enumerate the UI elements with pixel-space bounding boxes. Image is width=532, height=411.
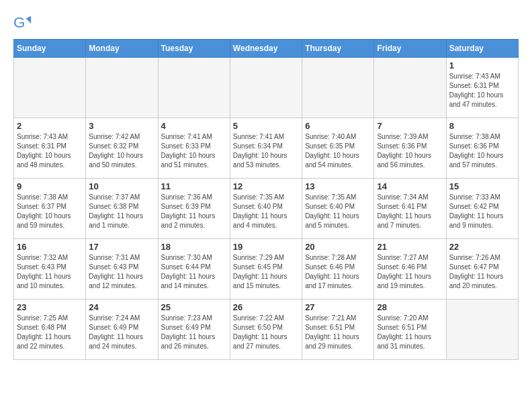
day-info: Sunrise: 7:31 AM Sunset: 6:43 PM Dayligh…: [89, 253, 154, 291]
day-number: 19: [233, 242, 299, 252]
calendar-table: SundayMondayTuesdayWednesdayThursdayFrid…: [13, 39, 519, 360]
day-number: 2: [17, 121, 83, 131]
calendar-cell: 14Sunrise: 7:34 AM Sunset: 6:41 PM Dayli…: [374, 179, 446, 239]
day-info: Sunrise: 7:25 AM Sunset: 6:48 PM Dayligh…: [17, 314, 83, 351]
calendar-cell: [374, 58, 446, 118]
calendar-cell: 3Sunrise: 7:42 AM Sunset: 6:32 PM Daylig…: [86, 118, 158, 179]
day-info: Sunrise: 7:43 AM Sunset: 6:31 PM Dayligh…: [449, 72, 515, 109]
calendar-cell: 16Sunrise: 7:32 AM Sunset: 6:43 PM Dayli…: [14, 239, 86, 300]
calendar-cell: 17Sunrise: 7:31 AM Sunset: 6:43 PM Dayli…: [86, 239, 158, 300]
day-info: Sunrise: 7:42 AM Sunset: 6:32 PM Dayligh…: [89, 132, 154, 170]
logo: G: [13, 13, 34, 32]
calendar-cell: 24Sunrise: 7:24 AM Sunset: 6:49 PM Dayli…: [86, 300, 158, 360]
day-number: 18: [161, 242, 227, 252]
day-info: Sunrise: 7:35 AM Sunset: 6:40 PM Dayligh…: [233, 193, 299, 230]
day-info: Sunrise: 7:28 AM Sunset: 6:46 PM Dayligh…: [305, 253, 371, 291]
calendar-cell: 15Sunrise: 7:33 AM Sunset: 6:42 PM Dayli…: [446, 179, 518, 239]
day-number: 20: [305, 242, 371, 252]
day-number: 26: [233, 302, 299, 312]
day-number: 8: [449, 121, 515, 131]
day-number: 28: [377, 302, 443, 312]
day-number: 16: [17, 242, 83, 252]
day-info: Sunrise: 7:20 AM Sunset: 6:51 PM Dayligh…: [377, 314, 443, 351]
svg-marker-1: [26, 16, 31, 24]
calendar-day-header: Thursday: [302, 40, 374, 58]
calendar-cell: 25Sunrise: 7:23 AM Sunset: 6:49 PM Dayli…: [158, 300, 230, 360]
calendar-week-row: 16Sunrise: 7:32 AM Sunset: 6:43 PM Dayli…: [14, 239, 519, 300]
day-number: 24: [89, 302, 154, 312]
calendar-day-header: Wednesday: [230, 40, 302, 58]
day-info: Sunrise: 7:38 AM Sunset: 6:37 PM Dayligh…: [17, 193, 83, 230]
day-number: 11: [161, 181, 227, 191]
calendar-cell: 5Sunrise: 7:41 AM Sunset: 6:34 PM Daylig…: [230, 118, 302, 179]
calendar-cell: 1Sunrise: 7:43 AM Sunset: 6:31 PM Daylig…: [446, 58, 518, 118]
day-number: 25: [161, 302, 227, 312]
day-number: 7: [377, 121, 443, 131]
calendar-cell: 13Sunrise: 7:35 AM Sunset: 6:40 PM Dayli…: [302, 179, 374, 239]
day-number: 5: [233, 121, 299, 131]
day-info: Sunrise: 7:36 AM Sunset: 6:39 PM Dayligh…: [161, 193, 227, 230]
calendar-cell: [230, 58, 302, 118]
svg-text:G: G: [13, 14, 25, 31]
calendar-cell: [86, 58, 158, 118]
calendar-cell: 9Sunrise: 7:38 AM Sunset: 6:37 PM Daylig…: [14, 179, 86, 239]
calendar-cell: 19Sunrise: 7:29 AM Sunset: 6:45 PM Dayli…: [230, 239, 302, 300]
calendar-week-row: 2Sunrise: 7:43 AM Sunset: 6:31 PM Daylig…: [14, 118, 519, 179]
calendar-cell: 4Sunrise: 7:41 AM Sunset: 6:33 PM Daylig…: [158, 118, 230, 179]
day-info: Sunrise: 7:32 AM Sunset: 6:43 PM Dayligh…: [17, 253, 83, 291]
calendar-cell: 6Sunrise: 7:40 AM Sunset: 6:35 PM Daylig…: [302, 118, 374, 179]
day-number: 14: [377, 181, 443, 191]
calendar-cell: [158, 58, 230, 118]
day-info: Sunrise: 7:40 AM Sunset: 6:35 PM Dayligh…: [305, 132, 371, 170]
day-number: 12: [233, 181, 299, 191]
calendar-cell: 27Sunrise: 7:21 AM Sunset: 6:51 PM Dayli…: [302, 300, 374, 360]
day-info: Sunrise: 7:41 AM Sunset: 6:33 PM Dayligh…: [161, 132, 227, 170]
day-number: 17: [89, 242, 154, 252]
day-number: 1: [449, 60, 515, 71]
day-info: Sunrise: 7:39 AM Sunset: 6:36 PM Dayligh…: [377, 132, 443, 170]
day-number: 21: [377, 242, 443, 252]
day-number: 3: [89, 121, 154, 131]
day-info: Sunrise: 7:27 AM Sunset: 6:46 PM Dayligh…: [377, 253, 443, 291]
day-number: 6: [305, 121, 371, 131]
day-number: 27: [305, 302, 371, 312]
calendar-cell: 7Sunrise: 7:39 AM Sunset: 6:36 PM Daylig…: [374, 118, 446, 179]
day-number: 10: [89, 181, 154, 191]
calendar-cell: 23Sunrise: 7:25 AM Sunset: 6:48 PM Dayli…: [14, 300, 86, 360]
day-number: 15: [449, 181, 515, 191]
page-header: G: [13, 13, 519, 32]
day-info: Sunrise: 7:37 AM Sunset: 6:38 PM Dayligh…: [89, 193, 154, 230]
day-info: Sunrise: 7:30 AM Sunset: 6:44 PM Dayligh…: [161, 253, 227, 291]
day-info: Sunrise: 7:33 AM Sunset: 6:42 PM Dayligh…: [449, 193, 515, 230]
day-info: Sunrise: 7:29 AM Sunset: 6:45 PM Dayligh…: [233, 253, 299, 291]
calendar-day-header: Saturday: [446, 40, 518, 58]
day-number: 9: [17, 181, 83, 191]
day-number: 13: [305, 181, 371, 191]
day-number: 22: [449, 242, 515, 252]
day-number: 23: [17, 302, 83, 312]
calendar-header-row: SundayMondayTuesdayWednesdayThursdayFrid…: [14, 40, 519, 58]
day-info: Sunrise: 7:41 AM Sunset: 6:34 PM Dayligh…: [233, 132, 299, 170]
day-info: Sunrise: 7:23 AM Sunset: 6:49 PM Dayligh…: [161, 314, 227, 351]
day-info: Sunrise: 7:22 AM Sunset: 6:50 PM Dayligh…: [233, 314, 299, 351]
calendar-cell: 20Sunrise: 7:28 AM Sunset: 6:46 PM Dayli…: [302, 239, 374, 300]
calendar-day-header: Sunday: [14, 40, 86, 58]
logo-icon: G: [13, 13, 32, 32]
calendar-cell: 11Sunrise: 7:36 AM Sunset: 6:39 PM Dayli…: [158, 179, 230, 239]
calendar-cell: 2Sunrise: 7:43 AM Sunset: 6:31 PM Daylig…: [14, 118, 86, 179]
calendar-day-header: Friday: [374, 40, 446, 58]
calendar-week-row: 1Sunrise: 7:43 AM Sunset: 6:31 PM Daylig…: [14, 58, 519, 118]
calendar-cell: [302, 58, 374, 118]
calendar-cell: 21Sunrise: 7:27 AM Sunset: 6:46 PM Dayli…: [374, 239, 446, 300]
calendar-cell: 8Sunrise: 7:38 AM Sunset: 6:36 PM Daylig…: [446, 118, 518, 179]
calendar-cell: [446, 300, 518, 360]
day-info: Sunrise: 7:21 AM Sunset: 6:51 PM Dayligh…: [305, 314, 371, 351]
day-info: Sunrise: 7:26 AM Sunset: 6:47 PM Dayligh…: [449, 253, 515, 291]
calendar-cell: 10Sunrise: 7:37 AM Sunset: 6:38 PM Dayli…: [86, 179, 158, 239]
calendar-day-header: Monday: [86, 40, 158, 58]
day-info: Sunrise: 7:43 AM Sunset: 6:31 PM Dayligh…: [17, 132, 83, 170]
day-info: Sunrise: 7:35 AM Sunset: 6:40 PM Dayligh…: [305, 193, 371, 230]
calendar-cell: 28Sunrise: 7:20 AM Sunset: 6:51 PM Dayli…: [374, 300, 446, 360]
calendar-cell: [14, 58, 86, 118]
calendar-cell: 18Sunrise: 7:30 AM Sunset: 6:44 PM Dayli…: [158, 239, 230, 300]
